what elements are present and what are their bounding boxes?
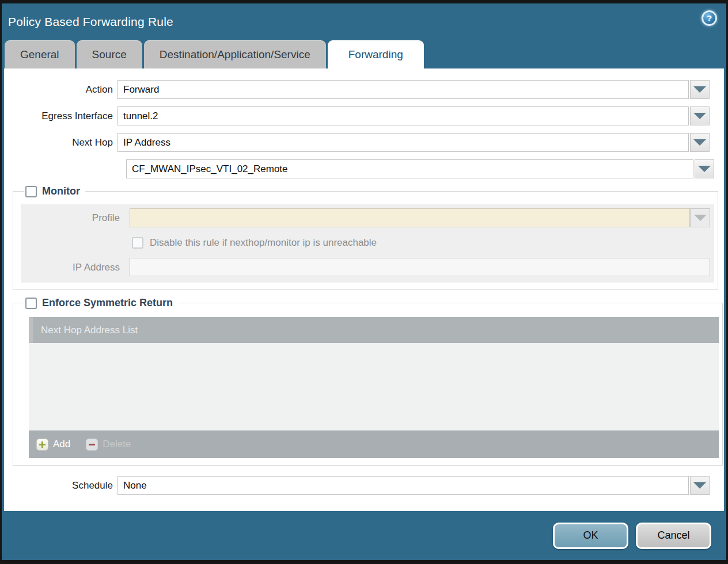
action-row: Action Forward <box>4 80 724 99</box>
chevron-down-icon <box>694 215 707 221</box>
tab-general[interactable]: General <box>5 40 75 68</box>
symmetric-return-group: Enforce Symmetric Return Next Hop Addres… <box>13 297 723 466</box>
add-button[interactable]: Add <box>36 439 70 451</box>
delete-button: Delete <box>86 439 131 451</box>
symmetric-return-legend: Enforce Symmetric Return <box>24 297 178 309</box>
disable-rule-checkbox <box>132 237 143 249</box>
tab-bar: General Source Destination/Application/S… <box>2 40 726 68</box>
monitor-group: Monitor Profile Disable this rule if nex… <box>13 185 718 290</box>
egress-interface-row: Egress Interface tunnel.2 <box>4 106 724 125</box>
monitor-panel: Profile Disable this rule if nexthop/mon… <box>21 204 714 283</box>
forwarding-tab-panel: Action Forward Egress Interface tunnel.2… <box>4 68 724 511</box>
chevron-down-icon <box>693 139 706 146</box>
tab-forwarding[interactable]: Forwarding <box>328 40 424 68</box>
minus-icon <box>86 439 98 451</box>
tab-destination-application-service[interactable]: Destination/Application/Service <box>144 40 326 68</box>
plus-icon <box>36 439 48 451</box>
delete-button-label: Delete <box>103 439 131 450</box>
next-hop-address-value: CF_MWAN_IPsec_VTI_02_Remote <box>132 163 288 175</box>
schedule-row: Schedule None <box>4 476 724 495</box>
question-mark-glyph: ? <box>707 14 712 22</box>
action-select[interactable]: Forward <box>117 80 689 99</box>
egress-interface-label: Egress Interface <box>4 106 117 125</box>
next-hop-label: Next Hop <box>4 133 117 152</box>
chevron-down-icon <box>693 482 706 489</box>
symmetric-return-legend-label: Enforce Symmetric Return <box>42 297 173 309</box>
action-label: Action <box>4 80 117 99</box>
symmetric-return-checkbox[interactable] <box>25 298 37 309</box>
schedule-select[interactable]: None <box>117 476 689 495</box>
disable-rule-label: Disable this rule if nexthop/monitor ip … <box>150 237 377 249</box>
egress-interface-dropdown-button[interactable] <box>690 106 710 125</box>
disable-rule-row: Disable this rule if nexthop/monitor ip … <box>132 237 714 249</box>
action-value: Forward <box>123 84 159 96</box>
next-hop-address-list-body[interactable] <box>29 343 719 430</box>
next-hop-row: Next Hop IP Address <box>4 133 724 152</box>
next-hop-type-value: IP Address <box>123 137 170 148</box>
profile-select <box>130 208 690 227</box>
dialog-title-bar: Policy Based Forwarding Rule ? <box>2 3 726 40</box>
monitor-checkbox[interactable] <box>25 186 37 197</box>
add-button-label: Add <box>53 439 70 450</box>
dialog-footer: OK Cancel <box>2 511 726 560</box>
next-hop-type-select[interactable]: IP Address <box>117 133 689 152</box>
next-hop-address-list-footer: Add Delete <box>29 430 719 458</box>
dialog-title: Policy Based Forwarding Rule <box>8 15 173 29</box>
schedule-label: Schedule <box>4 476 117 495</box>
next-hop-dropdown-button[interactable] <box>690 133 710 152</box>
monitor-ip-label: IP Address <box>21 258 124 277</box>
chevron-down-icon <box>698 166 711 172</box>
help-icon[interactable]: ? <box>702 10 717 26</box>
ok-button[interactable]: OK <box>553 523 628 549</box>
chevron-down-icon <box>693 86 706 93</box>
monitor-ip-row: IP Address <box>21 258 714 277</box>
schedule-value: None <box>123 480 147 491</box>
schedule-dropdown-button[interactable] <box>690 476 710 495</box>
next-hop-address-row: CF_MWAN_IPsec_VTI_02_Remote <box>126 159 724 178</box>
egress-interface-value: tunnel.2 <box>123 110 158 122</box>
monitor-ip-input <box>130 258 710 276</box>
egress-interface-select[interactable]: tunnel.2 <box>117 106 689 125</box>
next-hop-address-table: Next Hop Address List Add Delete <box>29 317 719 458</box>
next-hop-address-list-header-label: Next Hop Address List <box>41 325 138 336</box>
cancel-button[interactable]: Cancel <box>636 523 711 549</box>
next-hop-address-select[interactable]: CF_MWAN_IPsec_VTI_02_Remote <box>126 159 693 178</box>
next-hop-address-list-header[interactable]: Next Hop Address List <box>29 317 719 343</box>
profile-label: Profile <box>21 208 124 227</box>
monitor-legend-label: Monitor <box>42 185 80 197</box>
next-hop-address-dropdown-button[interactable] <box>695 159 714 178</box>
profile-row: Profile <box>21 208 714 227</box>
profile-dropdown-button <box>690 208 710 227</box>
monitor-legend: Monitor <box>24 185 85 197</box>
tab-source[interactable]: Source <box>77 40 142 68</box>
action-dropdown-button[interactable] <box>690 80 710 99</box>
pbf-rule-dialog: Policy Based Forwarding Rule ? General S… <box>0 0 728 564</box>
chevron-down-icon <box>693 113 706 119</box>
